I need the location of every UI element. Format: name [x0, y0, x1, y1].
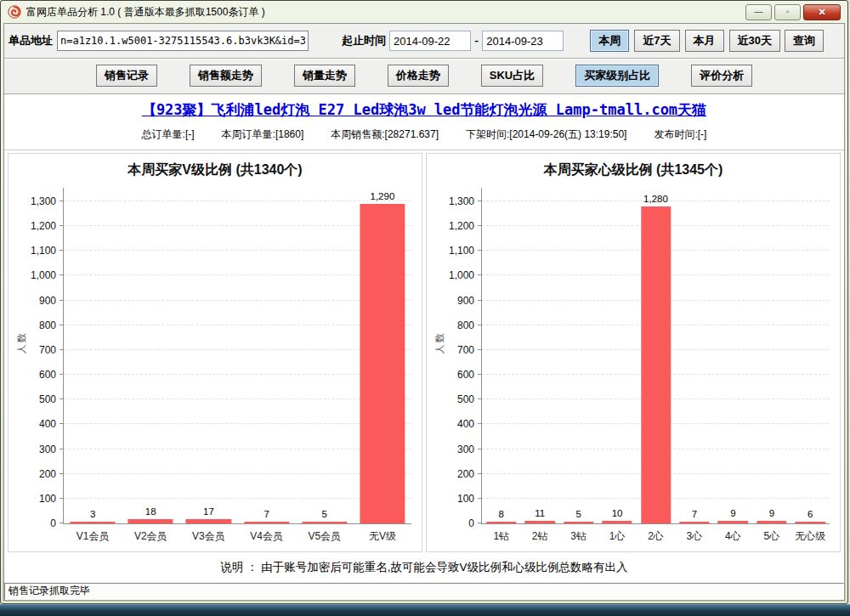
bar-value-label: 11	[535, 508, 545, 518]
content-area: 【923聚】飞利浦led灯泡 E27 Led球泡3w led节能灯泡光源 Lam…	[4, 94, 844, 582]
x-tick-label: 3钻	[570, 529, 586, 544]
tab-sales-amount-trend[interactable]: 销售额走势	[190, 65, 262, 87]
plot-area: 01002003004005006007008009001,0001,1001,…	[63, 188, 411, 524]
x-tick-label: V2会员	[134, 529, 167, 544]
status-bar: 销售记录抓取完毕	[4, 583, 844, 600]
tab-sales-records[interactable]: 销售记录	[96, 65, 157, 87]
y-axis-label: 人数	[434, 332, 446, 354]
date-range-label: 起止时间	[342, 33, 386, 48]
query-toolbar: 单品地址 起止时间 - 本周 近7天 本月 近30天 查询	[4, 24, 844, 59]
note-text: 说明 ： 由于账号加密后可能重名,故可能会导致V级比例和心级比例总数略有出入	[4, 552, 844, 582]
y-tick-label: 900	[457, 295, 474, 307]
quick-range-group: 本周 近7天 本月 近30天	[590, 30, 780, 52]
title-bar[interactable]: 富网店单品分析 1.0 ( 普通版本最多抓取1500条订单 ) — ▫ ✕	[3, 1, 845, 23]
y-tick	[60, 225, 64, 226]
x-axis-label: 级别	[471, 550, 840, 552]
x-tick-label: 2心	[648, 529, 664, 544]
chart-title: 本周买家V级比例 (共1340个)	[8, 161, 422, 179]
y-tick-label: 1,200	[449, 220, 474, 232]
y-tick	[60, 201, 64, 201]
bar	[679, 522, 709, 523]
bar-value-label: 7	[264, 509, 269, 519]
x-tick-label: V5会员	[308, 529, 341, 544]
y-tick-label: 700	[39, 344, 56, 356]
y-tick	[478, 498, 482, 499]
maximize-button[interactable]: ▫	[774, 4, 801, 20]
tab-price-trend[interactable]: 价格走势	[388, 65, 449, 87]
range-button-last-30-days[interactable]: 近30天	[729, 30, 780, 52]
url-label: 单品地址	[8, 33, 53, 48]
y-tick	[478, 274, 482, 275]
x-tick-label: 1心	[609, 529, 626, 544]
y-tick-label: 500	[39, 393, 56, 405]
bar	[641, 206, 671, 523]
y-tick	[60, 523, 64, 523]
bar-value-label: 3	[90, 509, 95, 519]
window-title: 富网店单品分析 1.0 ( 普通版本最多抓取1500条订单 )	[26, 5, 265, 20]
bar	[186, 519, 231, 523]
y-tick	[478, 201, 482, 201]
x-tick-label: 5心	[763, 529, 779, 544]
x-tick-label: 4心	[725, 529, 741, 544]
bar	[128, 519, 173, 523]
range-button-last-7-days[interactable]: 近7天	[634, 30, 679, 52]
y-tick	[478, 250, 482, 251]
url-input[interactable]	[57, 31, 309, 51]
y-tick	[478, 374, 482, 375]
y-tick-label: 800	[39, 319, 56, 331]
y-tick	[60, 349, 64, 350]
x-tick-label: V3会员	[192, 529, 225, 544]
analysis-tabs: 销售记录 销售额走势 销量走势 价格走势 SKU占比 买家级别占比 评价分析	[4, 59, 844, 94]
bar-value-label: 6	[808, 509, 813, 519]
x-tick-label: V1会员	[76, 529, 110, 544]
product-link[interactable]: 【923聚】飞利浦led灯泡 E27 Led球泡3w led节能灯泡光源 Lam…	[4, 100, 844, 120]
date-to-input[interactable]	[482, 31, 564, 51]
y-tick	[60, 423, 64, 424]
range-button-this-week[interactable]: 本周	[590, 30, 629, 52]
y-tick-label: 0	[50, 517, 56, 529]
y-tick-label: 200	[39, 468, 56, 480]
bar-value-label: 18	[145, 506, 156, 517]
bar	[524, 521, 554, 523]
x-tick-label: V4会员	[250, 529, 283, 544]
bar-value-label: 9	[769, 508, 774, 518]
bar-value-label: 8	[499, 509, 504, 519]
y-tick	[60, 374, 64, 375]
y-tick	[478, 225, 482, 226]
y-tick-label: 0	[468, 517, 474, 529]
bar	[486, 522, 516, 523]
y-tick-label: 800	[457, 319, 474, 331]
range-button-this-month[interactable]: 本月	[685, 30, 724, 52]
minimize-button[interactable]: —	[745, 4, 772, 20]
y-tick	[60, 300, 64, 301]
y-tick	[60, 498, 64, 499]
query-button[interactable]: 查询	[785, 30, 824, 52]
tab-sales-volume-trend[interactable]: 销量走势	[294, 65, 355, 87]
close-button[interactable]: ✕	[803, 4, 841, 20]
app-client-area: 单品地址 起止时间 - 本周 近7天 本月 近30天 查询 销售记录 销售额走势…	[3, 23, 845, 601]
y-axis-label: 人数	[15, 332, 28, 354]
gridline	[64, 201, 411, 201]
chart-heart-level: 本周买家心级比例 (共1345个) 人数 0100200300400500600…	[426, 153, 841, 552]
app-window: 富网店单品分析 1.0 ( 普通版本最多抓取1500条订单 ) — ▫ ✕ 单品…	[0, 0, 848, 604]
y-tick	[60, 473, 64, 474]
tab-buyer-level-share[interactable]: 买家级别占比	[575, 65, 659, 87]
tab-sku-share[interactable]: SKU占比	[481, 65, 543, 87]
bar-value-label: 10	[612, 508, 623, 518]
bar-value-label: 7	[692, 509, 697, 519]
bar-value-label: 1,280	[643, 194, 668, 204]
bar	[360, 204, 405, 523]
y-tick-label: 700	[457, 344, 474, 356]
y-tick-label: 600	[39, 369, 56, 381]
y-tick	[478, 449, 482, 449]
y-tick	[478, 523, 482, 523]
bar	[564, 522, 593, 523]
y-tick	[60, 274, 64, 275]
tab-review-analysis[interactable]: 评价分析	[691, 65, 752, 87]
x-tick-label: 无心级	[795, 529, 825, 544]
y-tick-label: 1,000	[449, 269, 474, 281]
date-from-input[interactable]	[389, 31, 471, 51]
bar	[756, 521, 786, 523]
plot-area: 01002003004005006007008009001,0001,1001,…	[481, 188, 830, 524]
y-tick	[478, 398, 482, 399]
